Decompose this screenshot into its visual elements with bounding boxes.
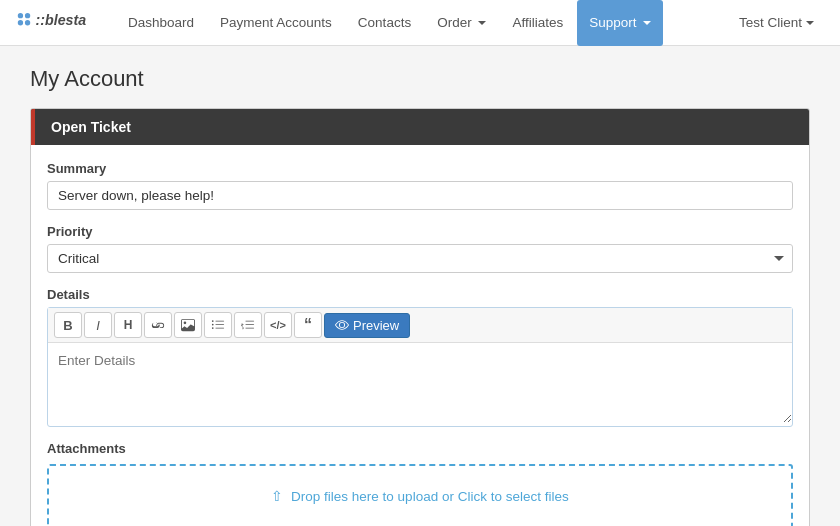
dropzone-text: Drop files here to upload or Click to se… [291, 489, 569, 504]
attachments-label: Attachments [47, 441, 793, 456]
priority-select[interactable]: Low Medium High Critical Emergency [47, 244, 793, 273]
nav-item-dashboard[interactable]: Dashboard [116, 0, 206, 46]
support-dropdown-icon [643, 21, 651, 25]
nav-item-support[interactable]: Support [577, 0, 663, 46]
eye-icon [335, 318, 349, 332]
user-menu[interactable]: Test Client [729, 9, 824, 36]
brand-logo[interactable]: ::blesta [16, 8, 96, 37]
toolbar-heading-button[interactable]: H [114, 312, 142, 338]
editor-toolbar: B I H [48, 308, 792, 343]
user-dropdown-icon [806, 21, 814, 25]
summary-input[interactable] [47, 181, 793, 210]
toolbar-ordered-list-button[interactable] [234, 312, 262, 338]
page-title: My Account [30, 66, 810, 92]
svg-text:::blesta: ::blesta [36, 12, 87, 28]
toolbar-image-button[interactable] [174, 312, 202, 338]
toolbar-preview-button[interactable]: Preview [324, 313, 410, 338]
nav-item-affiliates[interactable]: Affiliates [500, 0, 575, 46]
nav-item-order[interactable]: Order [425, 0, 498, 46]
svg-point-0 [18, 13, 23, 18]
nav-link-support[interactable]: Support [577, 0, 663, 46]
open-ticket-card: Open Ticket Summary Priority Low Medium … [30, 108, 810, 526]
link-icon [151, 318, 165, 332]
svg-point-1 [18, 20, 23, 25]
nav-links: Dashboard Payment Accounts Contacts Orde… [116, 0, 729, 46]
user-menu-link[interactable]: Test Client [729, 9, 824, 36]
nav-link-contacts[interactable]: Contacts [346, 0, 423, 46]
summary-group: Summary [47, 161, 793, 210]
card-header: Open Ticket [31, 109, 809, 145]
editor-container: B I H [47, 307, 793, 427]
toolbar-code-button[interactable]: </> [264, 312, 292, 338]
toolbar-italic-button[interactable]: I [84, 312, 112, 338]
toolbar-unordered-list-button[interactable] [204, 312, 232, 338]
nav-link-affiliates[interactable]: Affiliates [500, 0, 575, 46]
nav-link-payment-accounts[interactable]: Payment Accounts [208, 0, 344, 46]
details-group: Details B I H [47, 287, 793, 427]
nav-link-order[interactable]: Order [425, 0, 498, 46]
priority-group: Priority Low Medium High Critical Emerge… [47, 224, 793, 273]
summary-label: Summary [47, 161, 793, 176]
unordered-list-icon [211, 318, 225, 332]
attachments-group: Attachments ⇧ Drop files here to upload … [47, 441, 793, 526]
priority-label: Priority [47, 224, 793, 239]
order-dropdown-icon [478, 21, 486, 25]
upload-icon: ⇧ [271, 489, 283, 504]
svg-point-3 [25, 20, 30, 25]
details-textarea[interactable] [48, 343, 792, 423]
navbar: ::blesta Dashboard Payment Accounts Cont… [0, 0, 840, 46]
nav-link-dashboard[interactable]: Dashboard [116, 0, 206, 46]
nav-item-payment-accounts[interactable]: Payment Accounts [208, 0, 344, 46]
svg-point-2 [25, 13, 30, 18]
dropzone[interactable]: ⇧ Drop files here to upload or Click to … [47, 464, 793, 526]
toolbar-quote-button[interactable]: “ [294, 312, 322, 338]
page-content: My Account Open Ticket Summary Priority … [0, 46, 840, 526]
toolbar-bold-button[interactable]: B [54, 312, 82, 338]
toolbar-link-button[interactable] [144, 312, 172, 338]
ordered-list-icon [241, 318, 255, 332]
nav-item-contacts[interactable]: Contacts [346, 0, 423, 46]
card-body: Summary Priority Low Medium High Critica… [31, 145, 809, 526]
image-icon [181, 318, 195, 332]
details-label: Details [47, 287, 793, 302]
